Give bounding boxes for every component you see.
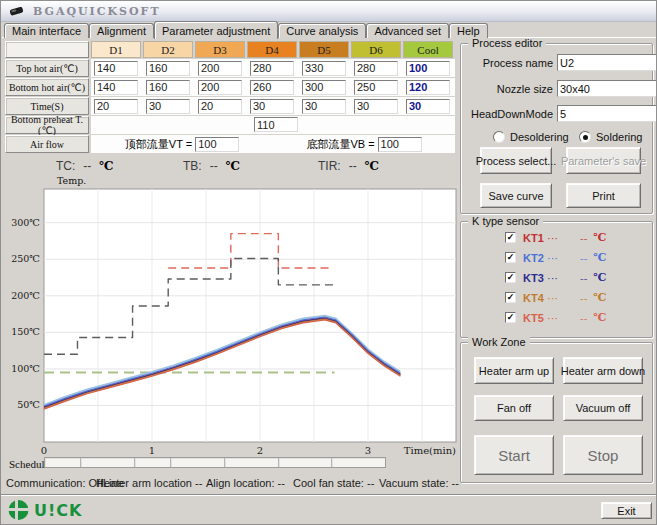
temperature-readouts: TC: -- ℃ TB: -- ℃ TIR: -- ℃	[1, 159, 456, 175]
cell	[91, 97, 143, 115]
top-hot-air-input-cool[interactable]	[406, 61, 450, 76]
kt2-label: KT2	[523, 252, 547, 264]
exit-button[interactable]: Exit	[601, 502, 652, 519]
tab-advanced-set[interactable]: Advanced set	[366, 23, 449, 38]
kt5-label: KT5	[523, 312, 547, 324]
process-name-input[interactable]	[557, 54, 657, 71]
kt4-value: --	[580, 292, 587, 304]
tab-parameter-adjustment[interactable]: Parameter adjustment	[154, 21, 278, 39]
desoldering-radio[interactable]: Desoldering	[493, 131, 569, 143]
schedule-segment	[332, 458, 385, 467]
bottom-hot-air-input-cool[interactable]	[406, 80, 450, 95]
column-header-d5: D5	[299, 41, 349, 58]
top-hot-air-input-d6[interactable]	[354, 61, 398, 76]
svg-text:150℃: 150℃	[11, 326, 40, 337]
tir-readout: TIR: -- ℃	[318, 159, 379, 173]
nozzle-size-input[interactable]	[557, 80, 657, 97]
fan-off-button[interactable]: Fan off	[474, 395, 554, 421]
cell	[195, 97, 247, 115]
kt4-dots: ···	[547, 292, 558, 304]
parameters-save-button[interactable]: Parameter's save	[566, 147, 641, 174]
table-row-time: Time(S)	[5, 97, 455, 115]
sensor-row-kt2: ✓KT2···--℃	[505, 251, 607, 264]
kt3-unit: ℃	[593, 271, 606, 284]
head-down-mode-input[interactable]	[557, 105, 657, 122]
time-input-d6[interactable]	[354, 99, 398, 114]
status-heater-arm: Heater arm location --	[96, 477, 202, 489]
bottom-hot-air-input-d5[interactable]	[302, 80, 346, 95]
profile-chart: 50℃100℃150℃200℃250℃300℃0123Time(min)	[9, 184, 458, 461]
kt2-checkbox[interactable]: ✓	[505, 252, 516, 263]
save-curve-button[interactable]: Save curve	[480, 183, 552, 208]
cell	[351, 59, 403, 77]
title-bar: BGAQUICKSOFT	[1, 1, 656, 22]
time-input-d1[interactable]	[94, 99, 138, 114]
start-button[interactable]: Start	[474, 435, 554, 475]
time-input-d3[interactable]	[198, 99, 242, 114]
bottom-preheat-input[interactable]	[254, 117, 298, 132]
column-header-d1: D1	[91, 41, 141, 58]
column-header-d6: D6	[351, 41, 401, 58]
kt5-value: --	[580, 312, 587, 324]
cell	[91, 78, 143, 96]
app-icon	[9, 5, 25, 17]
process-editor-group: Process editor Process name Nozzle size …	[460, 43, 653, 214]
cell	[299, 59, 351, 77]
air-flow-vt-input[interactable]	[195, 137, 239, 152]
time-input-d4[interactable]	[250, 99, 294, 114]
top-hot-air-input-d3[interactable]	[198, 61, 242, 76]
time-input-cool[interactable]	[406, 99, 450, 114]
svg-text:250℃: 250℃	[11, 253, 40, 264]
kt2-value: --	[580, 252, 587, 264]
cell	[247, 78, 299, 96]
tir-value: --	[345, 159, 361, 173]
quick-logo: U!CK	[7, 498, 82, 522]
cell	[403, 78, 455, 96]
top-hot-air-input-d4[interactable]	[250, 61, 294, 76]
kt3-label: KT3	[523, 272, 547, 284]
bottom-hot-air-input-d1[interactable]	[94, 80, 138, 95]
tab-alignment[interactable]: Alignment	[89, 23, 154, 38]
cell	[403, 97, 455, 115]
cell	[143, 59, 195, 77]
row-label-bottom-preheat: Bottom preheat T.(℃)	[5, 116, 89, 134]
bottom-hot-air-input-d4[interactable]	[250, 80, 294, 95]
bottom-hot-air-input-d2[interactable]	[146, 80, 190, 95]
process-select-button[interactable]: Process select...	[480, 147, 552, 174]
top-hot-air-input-d5[interactable]	[302, 61, 346, 76]
kt1-value: --	[580, 232, 587, 244]
stop-button[interactable]: Stop	[563, 435, 643, 475]
nozzle-size-field: Nozzle size	[461, 80, 657, 97]
kt1-checkbox[interactable]: ✓	[505, 232, 516, 243]
time-input-d5[interactable]	[302, 99, 346, 114]
column-header-d2: D2	[143, 41, 193, 58]
cell	[403, 59, 455, 77]
table-header-row: D1D2D3D4D5D6Cool	[5, 41, 455, 58]
vacuum-off-button[interactable]: Vacuum off	[563, 395, 643, 421]
heater-arm-down-button[interactable]: Heater arm down	[563, 357, 643, 384]
nozzle-size-label: Nozzle size	[461, 83, 553, 95]
row-label-time: Time(S)	[5, 97, 89, 115]
tab-help[interactable]: Help	[449, 23, 488, 38]
quick-logo-text: U!CK	[34, 501, 82, 520]
time-input-d2[interactable]	[146, 99, 190, 114]
tb-unit: ℃	[226, 159, 240, 173]
bottom-hot-air-input-d6[interactable]	[354, 80, 398, 95]
bottom-hot-air-input-d3[interactable]	[198, 80, 242, 95]
top-hot-air-input-d2[interactable]	[146, 61, 190, 76]
soldering-radio[interactable]: Soldering	[579, 131, 642, 143]
cell	[143, 97, 195, 115]
kt5-checkbox[interactable]: ✓	[505, 312, 516, 323]
svg-text:50℃: 50℃	[17, 399, 40, 410]
kt5-unit: ℃	[593, 311, 606, 324]
tab-curve-analysis[interactable]: Curve analysis	[278, 23, 366, 38]
print-button[interactable]: Print	[566, 183, 641, 208]
cell	[247, 97, 299, 115]
heater-arm-up-button[interactable]: Heater arm up	[474, 357, 554, 384]
kt4-checkbox[interactable]: ✓	[505, 292, 516, 303]
kt3-checkbox[interactable]: ✓	[505, 272, 516, 283]
air-flow-vb-input[interactable]	[378, 137, 422, 152]
tab-main-interface[interactable]: Main interface	[4, 23, 89, 38]
table-corner-cell	[5, 41, 89, 58]
top-hot-air-input-d1[interactable]	[94, 61, 138, 76]
